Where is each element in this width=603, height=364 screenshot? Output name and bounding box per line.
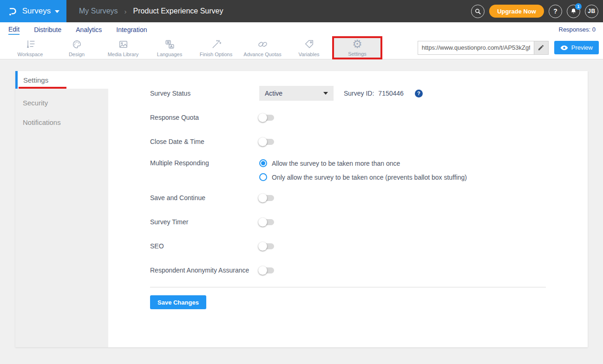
breadcrumb-my-surveys[interactable]: My Surveys: [79, 7, 118, 15]
multiple-responding-options: Allow the survey to be taken more than o…: [259, 158, 467, 181]
finish-options-icon: [210, 39, 222, 50]
tab-edit[interactable]: Edit: [8, 24, 20, 35]
edit-toolbar: Workspace Design Media Library Languages: [0, 36, 603, 59]
response-quota-toggle[interactable]: [259, 115, 274, 121]
page-background: Settings Security Notifications Survey S…: [0, 59, 603, 364]
anonymity-toggle[interactable]: [259, 267, 274, 273]
product-name: Surveys: [22, 6, 51, 16]
toggle-knob: [258, 218, 267, 227]
seo-row: SEO: [150, 239, 546, 254]
survey-url-group: [418, 41, 549, 55]
settings-content: Survey Status Active Survey ID: 7150446 …: [108, 71, 588, 347]
save-changes-button[interactable]: Save Changes: [150, 295, 206, 309]
survey-nav: Edit Distribute Analytics Integration Re…: [0, 22, 603, 36]
settings-sidebar: Settings Security Notifications: [15, 71, 108, 347]
close-date-toggle[interactable]: [259, 139, 274, 145]
toggle-knob: [258, 242, 267, 251]
breadcrumb: My Surveys › Product Experience Survey: [79, 7, 223, 15]
survey-status-select[interactable]: Active: [259, 86, 334, 101]
avatar[interactable]: JB: [585, 5, 598, 18]
response-quota-label: Response Quota: [150, 114, 259, 121]
survey-timer-row: Survey Timer: [150, 214, 546, 229]
workspace-icon: [25, 39, 36, 50]
settings-panel: Settings Security Notifications Survey S…: [15, 71, 588, 347]
avatar-initials: JB: [588, 8, 595, 14]
pencil-icon: [537, 44, 544, 51]
media-library-icon: [118, 39, 129, 50]
radio-allow-multiple[interactable]: Allow the survey to be taken more than o…: [259, 159, 467, 167]
survey-status-label: Survey Status: [150, 90, 259, 97]
eye-icon: [560, 45, 568, 51]
chevron-down-icon: [323, 92, 328, 95]
questionpro-logo-icon: [7, 6, 18, 17]
toggle-knob: [258, 194, 267, 202]
seo-label: SEO: [150, 242, 259, 250]
sidebar-item-security[interactable]: Security: [15, 93, 108, 113]
response-quota-row: Response Quota: [150, 110, 546, 125]
responses-count: Responses: 0: [559, 26, 596, 33]
radio-allow-once[interactable]: Only allow the survey to be taken once (…: [259, 173, 467, 181]
radio-allow-multiple-label: Allow the survey to be taken more than o…: [272, 160, 400, 167]
toolbar-advance-quotas[interactable]: Advance Quotas: [239, 36, 286, 59]
notification-badge: 1: [575, 3, 582, 10]
topbar-actions: Upgrade Now ? 1 JB: [471, 5, 603, 18]
save-continue-toggle[interactable]: [259, 195, 274, 201]
settings-icon: ⚙: [352, 39, 362, 50]
close-date-row: Close Date & Time: [150, 134, 546, 149]
upgrade-now-button[interactable]: Upgrade Now: [489, 5, 544, 18]
search-icon: [474, 8, 481, 15]
survey-status-row: Survey Status Active Survey ID: 7150446 …: [150, 86, 546, 101]
toolbar-media-library[interactable]: Media Library: [100, 36, 146, 59]
toolbar-finish-options[interactable]: Finish Options: [193, 36, 239, 59]
tab-integration[interactable]: Integration: [116, 25, 147, 34]
sidebar-item-notifications[interactable]: Notifications: [15, 113, 108, 132]
toolbar-settings[interactable]: ⚙ Settings: [332, 36, 382, 59]
toolbar-variables[interactable]: Variables: [286, 36, 332, 59]
toolbar-workspace[interactable]: Workspace: [7, 36, 53, 59]
radio-unselected-icon: [259, 173, 267, 181]
design-icon: [71, 39, 83, 50]
survey-id-value: 7150446: [378, 90, 404, 97]
variables-icon: [303, 39, 315, 50]
preview-label: Preview: [571, 44, 593, 51]
toolbar-design[interactable]: Design: [53, 36, 100, 59]
survey-url-input[interactable]: [418, 41, 534, 55]
toggle-knob: [258, 113, 267, 122]
sidebar-rest: Security Notifications: [15, 89, 108, 347]
close-date-label: Close Date & Time: [150, 138, 259, 145]
radio-allow-once-label: Only allow the survey to be taken once (…: [272, 174, 467, 181]
tab-analytics[interactable]: Analytics: [76, 25, 102, 34]
survey-status-value: Active: [265, 90, 282, 97]
survey-timer-label: Survey Timer: [150, 218, 259, 226]
anonymity-row: Respondent Anonymity Assurance: [150, 263, 546, 278]
radio-selected-icon: [259, 159, 267, 167]
survey-id-label: Survey ID:: [344, 90, 374, 97]
toolbar-languages[interactable]: Languages: [146, 36, 193, 59]
multiple-responding-label: Multiple Responding: [150, 158, 259, 167]
seo-toggle[interactable]: [259, 243, 274, 249]
multiple-responding-row: Multiple Responding Allow the survey to …: [150, 158, 546, 181]
anonymity-label: Respondent Anonymity Assurance: [150, 266, 259, 274]
chevron-down-icon: [55, 10, 59, 13]
tab-distribute[interactable]: Distribute: [34, 25, 61, 34]
toggle-knob: [258, 137, 267, 146]
search-button[interactable]: [471, 5, 485, 18]
toggle-knob: [258, 266, 267, 275]
survey-timer-toggle[interactable]: [259, 219, 274, 225]
page-title: Product Experience Survey: [133, 7, 223, 15]
languages-icon: [164, 39, 176, 50]
top-bar: Surveys My Surveys › Product Experience …: [0, 0, 603, 22]
sidebar-item-settings[interactable]: Settings: [15, 71, 108, 89]
content-divider: [150, 287, 546, 287]
survey-id-help-icon[interactable]: ?: [415, 90, 423, 98]
advance-quotas-icon: [257, 39, 269, 50]
save-continue-row: Save and Continue: [150, 190, 546, 205]
app-switcher[interactable]: Surveys: [0, 0, 66, 22]
edit-url-button[interactable]: [534, 41, 549, 55]
save-continue-label: Save and Continue: [150, 194, 259, 202]
preview-button[interactable]: Preview: [554, 41, 599, 54]
breadcrumb-separator: ›: [125, 7, 127, 15]
notifications-button[interactable]: 1: [567, 5, 580, 18]
help-button[interactable]: ?: [549, 5, 562, 18]
